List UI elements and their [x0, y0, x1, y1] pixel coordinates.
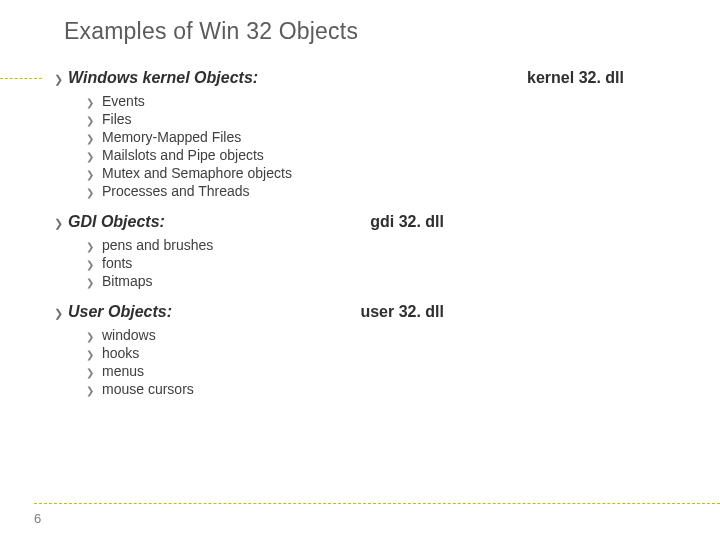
- bullet-icon: ❯: [54, 73, 68, 86]
- bullet-icon: ❯: [86, 133, 102, 144]
- bullet-icon: ❯: [86, 169, 102, 180]
- list-item: ❯windows: [86, 327, 720, 343]
- bullet-icon: ❯: [86, 259, 102, 270]
- list-item: ❯hooks: [86, 345, 720, 361]
- bullet-icon: ❯: [86, 241, 102, 252]
- item-text: mouse cursors: [102, 381, 194, 397]
- item-text: Files: [102, 111, 132, 127]
- list-item: ❯Bitmaps: [86, 273, 720, 289]
- section-items: ❯pens and brushes ❯fonts ❯Bitmaps: [86, 237, 720, 289]
- section-kernel: ❯ Windows kernel Objects: kernel 32. dll…: [54, 69, 720, 199]
- section-dll: kernel 32. dll: [527, 69, 624, 87]
- section-dll: gdi 32. dll: [370, 213, 444, 231]
- bullet-icon: ❯: [86, 187, 102, 198]
- item-text: Mailslots and Pipe objects: [102, 147, 264, 163]
- list-item: ❯fonts: [86, 255, 720, 271]
- list-item: ❯Events: [86, 93, 720, 109]
- section-heading: User Objects:: [68, 303, 172, 321]
- list-item: ❯mouse cursors: [86, 381, 720, 397]
- section-items: ❯Events ❯Files ❯Memory-Mapped Files ❯Mai…: [86, 93, 720, 199]
- list-item: ❯menus: [86, 363, 720, 379]
- list-item: ❯Files: [86, 111, 720, 127]
- bullet-icon: ❯: [86, 367, 102, 378]
- bottom-divider: [34, 503, 720, 504]
- bullet-icon: ❯: [86, 151, 102, 162]
- bullet-icon: ❯: [54, 307, 68, 320]
- list-item: ❯Mailslots and Pipe objects: [86, 147, 720, 163]
- bullet-icon: ❯: [86, 115, 102, 126]
- content: ❯ Windows kernel Objects: kernel 32. dll…: [54, 69, 720, 397]
- list-item: ❯Memory-Mapped Files: [86, 129, 720, 145]
- item-text: fonts: [102, 255, 132, 271]
- bullet-icon: ❯: [86, 97, 102, 108]
- slide: Examples of Win 32 Objects ❯ Windows ker…: [0, 0, 720, 540]
- bullet-icon: ❯: [54, 217, 68, 230]
- item-text: menus: [102, 363, 144, 379]
- section-heading: GDI Objects:: [68, 213, 165, 231]
- list-item: ❯pens and brushes: [86, 237, 720, 253]
- item-text: Processes and Threads: [102, 183, 250, 199]
- section-heading: Windows kernel Objects:: [68, 69, 258, 87]
- left-divider: [0, 78, 42, 79]
- bullet-icon: ❯: [86, 385, 102, 396]
- section-items: ❯windows ❯hooks ❯menus ❯mouse cursors: [86, 327, 720, 397]
- section-gdi: ❯ GDI Objects: gdi 32. dll ❯pens and bru…: [54, 213, 720, 289]
- list-item: ❯Processes and Threads: [86, 183, 720, 199]
- section-dll: user 32. dll: [360, 303, 444, 321]
- item-text: pens and brushes: [102, 237, 213, 253]
- page-title: Examples of Win 32 Objects: [64, 18, 720, 45]
- item-text: Events: [102, 93, 145, 109]
- item-text: windows: [102, 327, 156, 343]
- section-user: ❯ User Objects: user 32. dll ❯windows ❯h…: [54, 303, 720, 397]
- bullet-icon: ❯: [86, 349, 102, 360]
- section-header-row: ❯ GDI Objects: gdi 32. dll: [54, 213, 444, 231]
- page-number: 6: [34, 511, 41, 526]
- bullet-icon: ❯: [86, 277, 102, 288]
- item-text: Memory-Mapped Files: [102, 129, 241, 145]
- item-text: hooks: [102, 345, 139, 361]
- section-header-row: ❯ Windows kernel Objects: kernel 32. dll: [54, 69, 624, 87]
- bullet-icon: ❯: [86, 331, 102, 342]
- section-header-row: ❯ User Objects: user 32. dll: [54, 303, 444, 321]
- item-text: Bitmaps: [102, 273, 153, 289]
- list-item: ❯Mutex and Semaphore objects: [86, 165, 720, 181]
- item-text: Mutex and Semaphore objects: [102, 165, 292, 181]
